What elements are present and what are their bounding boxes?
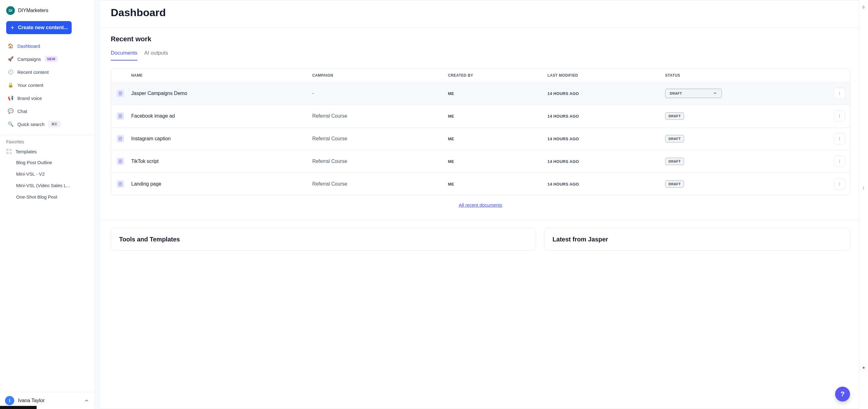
table-row[interactable]: Jasper Campaigns Demo-ME14 HOURS AGODRAF… <box>111 82 850 105</box>
svg-point-1 <box>839 92 840 92</box>
cell-created-by: ME <box>448 159 548 164</box>
all-recent-documents-link[interactable]: All recent documents <box>459 202 502 208</box>
document-icon <box>117 90 124 97</box>
nav-item-quick-search[interactable]: 🔍Quick search⌘K <box>4 118 91 130</box>
favorite-template-item[interactable]: Blog Post Outline <box>2 157 92 168</box>
svg-point-17 <box>839 182 840 183</box>
favorite-templates-list: Blog Post OutlineMini-VSL - V2Mini-VSL (… <box>2 157 92 203</box>
nav-label: Recent content <box>18 69 49 75</box>
document-icon <box>117 158 124 165</box>
documents-table: NAME CAMPAIGN CREATED BY LAST MODIFIED S… <box>111 68 850 196</box>
latest-jasper-card[interactable]: Latest from Jasper <box>544 228 850 251</box>
dashboard-cards: Tools and Templates Latest from Jasper <box>100 220 862 251</box>
recent-work-tabs: Documents AI outputs <box>100 46 862 60</box>
svg-point-5 <box>839 115 840 115</box>
keyboard-shortcut: ⌘K <box>49 121 61 127</box>
primary-nav: 🏠Dashboard🚀CampaignsNEW🕘Recent content🔒Y… <box>2 40 92 130</box>
bottom-dark-strip <box>0 406 37 409</box>
nav-icon: 💬 <box>7 108 14 114</box>
templates-label: Templates <box>16 149 37 154</box>
help-button[interactable]: ? <box>835 387 850 402</box>
plus-icon <box>10 25 15 30</box>
status-dropdown[interactable]: DRAFT <box>665 180 684 188</box>
col-status: STATUS <box>665 73 819 78</box>
nav-item-your-content[interactable]: 🔒Your content <box>4 79 91 91</box>
main-content[interactable]: Dashboard Recent work Documents AI outpu… <box>99 0 862 409</box>
col-campaign: CAMPAIGN <box>312 73 448 78</box>
svg-point-3 <box>839 94 840 95</box>
tools-templates-card[interactable]: Tools and Templates <box>111 228 536 251</box>
sidebar-scroll[interactable]: DI DIYMarketers Create new content... 🏠D… <box>0 0 94 392</box>
document-icon <box>117 112 124 120</box>
cell-campaign: Referral Course <box>312 158 448 164</box>
table-row[interactable]: Facebook image adReferral CourseME14 HOU… <box>111 105 850 127</box>
nav-label: Brand voice <box>18 95 42 101</box>
col-last-modified: LAST MODIFIED <box>548 73 665 78</box>
svg-point-7 <box>839 117 840 118</box>
cell-last-modified: 14 HOURS AGO <box>548 137 665 141</box>
tab-documents[interactable]: Documents <box>111 48 137 60</box>
table-body: Jasper Campaigns Demo-ME14 HOURS AGODRAF… <box>111 82 850 195</box>
nav-item-chat[interactable]: 💬Chat <box>4 105 91 117</box>
favorite-template-item[interactable]: Mini-VSL - V2 <box>2 168 92 180</box>
status-dropdown[interactable]: DRAFT <box>665 112 684 120</box>
cell-name: TikTok script <box>131 158 312 164</box>
nav-label: Dashboard <box>18 43 40 49</box>
status-dropdown[interactable]: DRAFT <box>665 89 722 98</box>
cell-created-by: ME <box>448 137 548 141</box>
status-dropdown[interactable]: DRAFT <box>665 158 684 165</box>
cell-campaign: Referral Course <box>312 136 448 142</box>
cell-created-by: ME <box>448 91 548 96</box>
chevron-up-icon <box>84 398 89 403</box>
cell-last-modified: 14 HOURS AGO <box>548 114 665 119</box>
strip-label-top: 0 <box>863 6 865 9</box>
workspace-badge: DI <box>6 6 15 15</box>
table-row[interactable]: Landing pageReferral CourseME14 HOURS AG… <box>111 173 850 195</box>
cell-created-by: ME <box>448 182 548 186</box>
tab-ai-outputs[interactable]: AI outputs <box>144 48 168 60</box>
page-title: Dashboard <box>100 0 862 28</box>
nav-icon: 📢 <box>7 95 14 101</box>
row-actions-button[interactable] <box>834 88 845 99</box>
create-content-button[interactable]: Create new content... <box>6 21 72 34</box>
row-actions-button[interactable] <box>834 111 845 122</box>
cell-campaign: - <box>312 91 448 96</box>
latest-jasper-title: Latest from Jasper <box>553 236 842 243</box>
svg-point-15 <box>839 162 840 163</box>
favorite-template-item[interactable]: Mini-VSL (Video Sales L... <box>2 180 92 191</box>
right-edge-strip: 0 ) <box>859 0 868 409</box>
table-row[interactable]: Instagram captionReferral CourseME14 HOU… <box>111 127 850 150</box>
status-dropdown[interactable]: DRAFT <box>665 135 684 142</box>
nav-item-recent-content[interactable]: 🕘Recent content <box>4 66 91 78</box>
status-label: DRAFT <box>669 137 681 141</box>
all-recent-documents: All recent documents <box>100 196 862 210</box>
row-actions-button[interactable] <box>834 178 845 189</box>
cell-campaign: Referral Course <box>312 113 448 119</box>
cell-name: Instagram caption <box>131 136 312 142</box>
row-actions-button[interactable] <box>834 156 845 167</box>
nav-item-brand-voice[interactable]: 📢Brand voice <box>4 92 91 104</box>
nav-label: Campaigns <box>18 57 41 62</box>
workspace-switcher[interactable]: DI DIYMarketers <box>2 3 92 18</box>
nav-item-campaigns[interactable]: 🚀CampaignsNEW <box>4 53 91 65</box>
user-avatar: I <box>5 396 14 405</box>
favorite-template-item[interactable]: One-Shot Blog Post <box>2 191 92 203</box>
svg-point-9 <box>839 137 840 138</box>
tools-templates-title: Tools and Templates <box>119 236 528 243</box>
nav-icon: 🚀 <box>7 56 14 62</box>
table-row[interactable]: TikTok scriptReferral CourseME14 HOURS A… <box>111 150 850 173</box>
templates-item[interactable]: Templates <box>2 146 92 157</box>
svg-point-2 <box>839 93 840 94</box>
row-actions-button[interactable] <box>834 133 845 144</box>
cell-campaign: Referral Course <box>312 181 448 187</box>
create-content-label: Create new content... <box>18 25 68 30</box>
svg-point-11 <box>839 140 840 140</box>
document-icon <box>117 135 124 142</box>
nav-label: Your content <box>18 83 43 88</box>
status-label: DRAFT <box>670 91 682 95</box>
nav-item-dashboard[interactable]: 🏠Dashboard <box>4 40 91 52</box>
cell-last-modified: 14 HOURS AGO <box>548 91 665 96</box>
templates-grid-icon <box>6 149 12 154</box>
workspace-name: DIYMarketers <box>18 8 49 13</box>
status-label: DRAFT <box>669 182 681 186</box>
